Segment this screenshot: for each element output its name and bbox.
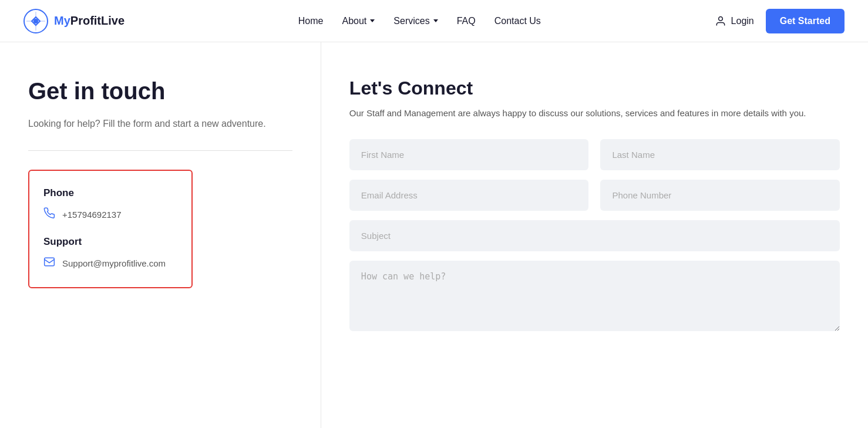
nav-item-services[interactable]: Services [393, 16, 438, 26]
contact-card: Phone +15794692137 Support Support@my [28, 170, 193, 288]
form-row-subject [349, 220, 840, 251]
contact-form [349, 139, 840, 333]
get-started-button[interactable]: Get Started [766, 9, 845, 33]
page-heading: Get in touch [28, 77, 292, 105]
svg-rect-5 [45, 258, 55, 265]
nav-link-contact[interactable]: Contact Us [494, 16, 541, 26]
subject-input[interactable] [349, 220, 840, 251]
last-name-field [600, 139, 840, 170]
nav-item-about[interactable]: About [342, 16, 375, 26]
first-name-field [349, 139, 589, 170]
form-row-name [349, 139, 840, 170]
right-panel: Let's Connect Our Staff and Management a… [321, 42, 868, 428]
nav-item-faq[interactable]: FAQ [457, 16, 476, 26]
nav-item-contact[interactable]: Contact Us [494, 16, 541, 26]
email-field [349, 180, 589, 211]
form-description: Our Staff and Management are always happ… [349, 106, 831, 120]
logo-icon [23, 9, 48, 33]
email-icon [43, 256, 55, 271]
form-row-message [349, 261, 840, 333]
phone-icon [43, 207, 55, 222]
chevron-down-icon [433, 19, 438, 22]
message-field [349, 261, 840, 333]
logo-text: MyProfitLive [54, 14, 125, 28]
support-email: Support@myprofitlive.com [62, 258, 166, 268]
nav-dropdown-about[interactable]: About [342, 16, 375, 26]
form-title: Let's Connect [349, 77, 840, 99]
svg-point-4 [718, 16, 722, 21]
subject-field [349, 220, 840, 251]
support-section-title: Support [43, 236, 177, 248]
chevron-down-icon [370, 19, 375, 22]
nav-link-about[interactable]: About [342, 16, 367, 26]
left-panel: Get in touch Looking for help? Fill the … [0, 42, 321, 428]
phone-item: +15794692137 [43, 207, 177, 222]
nav-item-home[interactable]: Home [298, 16, 324, 26]
email-item: Support@myprofitlive.com [43, 256, 177, 271]
first-name-input[interactable] [349, 139, 589, 170]
logo[interactable]: MyProfitLive [23, 9, 125, 33]
nav-link-services[interactable]: Services [393, 16, 429, 26]
page-subtitle: Looking for help? Fill the form and star… [28, 116, 292, 132]
nav-link-faq[interactable]: FAQ [457, 16, 476, 26]
form-row-contact [349, 180, 840, 211]
nav-link-home[interactable]: Home [298, 16, 324, 26]
email-input[interactable] [349, 180, 589, 211]
user-icon [715, 15, 726, 27]
last-name-input[interactable] [600, 139, 840, 170]
nav-right: Login Get Started [715, 9, 845, 33]
page-content: Get in touch Looking for help? Fill the … [0, 42, 868, 428]
navbar: MyProfitLive Home About Services FAQ Con… [0, 0, 868, 42]
nav-dropdown-services[interactable]: Services [393, 16, 438, 26]
nav-links: Home About Services FAQ Contact Us [298, 16, 541, 26]
login-button[interactable]: Login [715, 15, 754, 27]
phone-input[interactable] [600, 180, 840, 211]
phone-section-title: Phone [43, 187, 177, 199]
phone-number: +15794692137 [62, 210, 122, 220]
phone-field [600, 180, 840, 211]
divider [28, 150, 292, 151]
message-textarea[interactable] [349, 261, 840, 331]
